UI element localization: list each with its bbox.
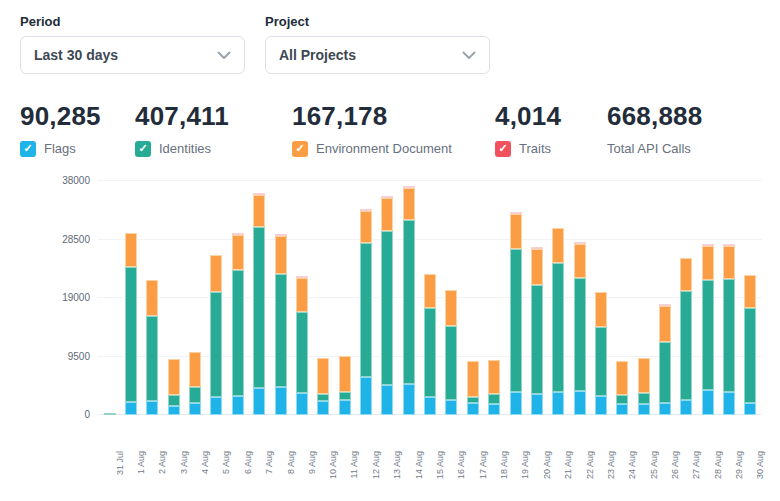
checkbox-traits[interactable]: ✓: [495, 141, 511, 157]
stat-environment-document: 167,178✓Environment Document: [292, 101, 495, 157]
stat-label: Traits: [519, 141, 551, 156]
bar-group-13-aug[interactable]: 13 Aug: [377, 181, 398, 415]
stat-value: 407,411: [135, 101, 292, 131]
bar-segment-identities: [360, 243, 372, 377]
bar-segment-identities: [125, 267, 137, 402]
bar-stack: [467, 361, 479, 415]
bar-group-26-aug[interactable]: 26 Aug: [654, 181, 675, 415]
bar-segment-environment-document: [467, 361, 479, 397]
stat-total-api-calls: 668,888Total API Calls: [607, 101, 780, 157]
x-axis-label-zone: 17 Aug: [462, 415, 483, 461]
bar-group-25-aug[interactable]: 25 Aug: [633, 181, 654, 415]
bar-group-6-aug[interactable]: 6 Aug: [227, 181, 248, 415]
bar-segment-flags: [339, 400, 351, 415]
x-axis-label-zone: 19 Aug: [505, 415, 526, 461]
bar-segment-environment-document: [744, 275, 756, 308]
bar-segment-flags: [403, 384, 415, 415]
project-dropdown[interactable]: All Projects: [265, 36, 490, 74]
bar-group-5-aug[interactable]: 5 Aug: [206, 181, 227, 415]
bar-stack: [445, 290, 457, 415]
bar-segment-environment-document: [574, 244, 586, 278]
chevron-down-icon: [462, 51, 476, 60]
bar-segment-flags: [253, 388, 265, 415]
bar-group-1-aug[interactable]: 1 Aug: [120, 181, 141, 415]
bar-segment-identities: [232, 270, 244, 396]
bar-group-17-aug[interactable]: 17 Aug: [462, 181, 483, 415]
stat-value: 167,178: [292, 101, 495, 131]
bar-segment-identities: [275, 274, 287, 387]
stat-label: Identities: [159, 141, 211, 156]
bar-segment-identities: [339, 392, 351, 399]
bar-group-7-aug[interactable]: 7 Aug: [249, 181, 270, 415]
bar-group-21-aug[interactable]: 21 Aug: [548, 181, 569, 415]
y-axis-label: 19000: [62, 293, 90, 303]
bar-group-28-aug[interactable]: 28 Aug: [697, 181, 718, 415]
x-axis-label-zone: 23 Aug: [590, 415, 611, 461]
bar-segment-identities: [744, 308, 756, 403]
bar-segment-environment-document: [680, 258, 692, 291]
x-axis-label-zone: 25 Aug: [633, 415, 654, 461]
bar-stack: [317, 358, 329, 415]
bar-group-20-aug[interactable]: 20 Aug: [526, 181, 547, 415]
bar-group-19-aug[interactable]: 19 Aug: [505, 181, 526, 415]
x-axis-label-zone: 21 Aug: [548, 415, 569, 461]
bar-segment-identities: [253, 227, 265, 388]
bar-group-9-aug[interactable]: 9 Aug: [291, 181, 312, 415]
bar-group-18-aug[interactable]: 18 Aug: [483, 181, 504, 415]
stat-legend: ✓Traits: [495, 140, 607, 157]
bar-segment-identities: [488, 394, 500, 404]
bar-group-2-aug[interactable]: 2 Aug: [142, 181, 163, 415]
stat-traits: 4,014✓Traits: [495, 101, 607, 157]
bar-group-31-jul[interactable]: 31 Jul: [99, 181, 120, 415]
bar-group-11-aug[interactable]: 11 Aug: [334, 181, 355, 415]
bar-group-10-aug[interactable]: 10 Aug: [313, 181, 334, 415]
bar-stack: [275, 234, 287, 415]
bar-segment-flags: [595, 396, 607, 415]
bar-stack: [510, 212, 522, 415]
bar-group-24-aug[interactable]: 24 Aug: [612, 181, 633, 415]
bar-segment-identities: [595, 327, 607, 396]
bar-segment-identities: [680, 291, 692, 399]
bar-group-29-aug[interactable]: 29 Aug: [718, 181, 739, 415]
bar-segment-identities: [381, 231, 393, 385]
bar-group-22-aug[interactable]: 22 Aug: [569, 181, 590, 415]
bar-segment-flags: [488, 404, 500, 415]
stat-legend: Total API Calls: [607, 140, 780, 157]
checkbox-environment-document[interactable]: ✓: [292, 141, 308, 157]
bar-segment-identities: [296, 312, 308, 393]
bar-group-30-aug[interactable]: 30 Aug: [740, 181, 761, 415]
bar-group-27-aug[interactable]: 27 Aug: [676, 181, 697, 415]
checkbox-flags[interactable]: ✓: [20, 141, 36, 157]
bar-group-3-aug[interactable]: 3 Aug: [163, 181, 184, 415]
x-axis-label: 30 Aug: [755, 451, 765, 479]
bar-group-8-aug[interactable]: 8 Aug: [270, 181, 291, 415]
bar-segment-flags: [146, 401, 158, 415]
bar-group-12-aug[interactable]: 12 Aug: [355, 181, 376, 415]
x-axis-label-zone: 30 Aug: [740, 415, 761, 461]
stat-legend: ✓Flags: [20, 140, 135, 157]
x-axis-label-zone: 22 Aug: [569, 415, 590, 461]
x-axis-label-zone: 8 Aug: [270, 415, 291, 461]
bar-segment-environment-document: [659, 306, 671, 342]
bar-segment-flags: [210, 397, 222, 415]
stat-label: Flags: [44, 141, 76, 156]
bar-stack: [744, 275, 756, 415]
bar-segment-flags: [744, 403, 756, 415]
filters-row: Period Last 30 days Project All Projects: [20, 14, 770, 74]
bar-segment-flags: [659, 403, 671, 415]
period-dropdown[interactable]: Last 30 days: [20, 36, 245, 74]
bar-segment-environment-document: [146, 280, 158, 317]
project-filter: Project All Projects: [265, 14, 490, 74]
stat-label: Environment Document: [316, 141, 452, 156]
bar-segment-flags: [638, 404, 650, 415]
checkbox-identities[interactable]: ✓: [135, 141, 151, 157]
bar-group-14-aug[interactable]: 14 Aug: [398, 181, 419, 415]
bar-segment-environment-document: [403, 188, 415, 220]
bar-group-23-aug[interactable]: 23 Aug: [590, 181, 611, 415]
bar-group-4-aug[interactable]: 4 Aug: [184, 181, 205, 415]
bar-group-15-aug[interactable]: 15 Aug: [419, 181, 440, 415]
bar-segment-environment-document: [232, 235, 244, 271]
bar-segment-environment-document: [189, 352, 201, 388]
bar-group-16-aug[interactable]: 16 Aug: [441, 181, 462, 415]
stat-legend: ✓Identities: [135, 140, 292, 157]
